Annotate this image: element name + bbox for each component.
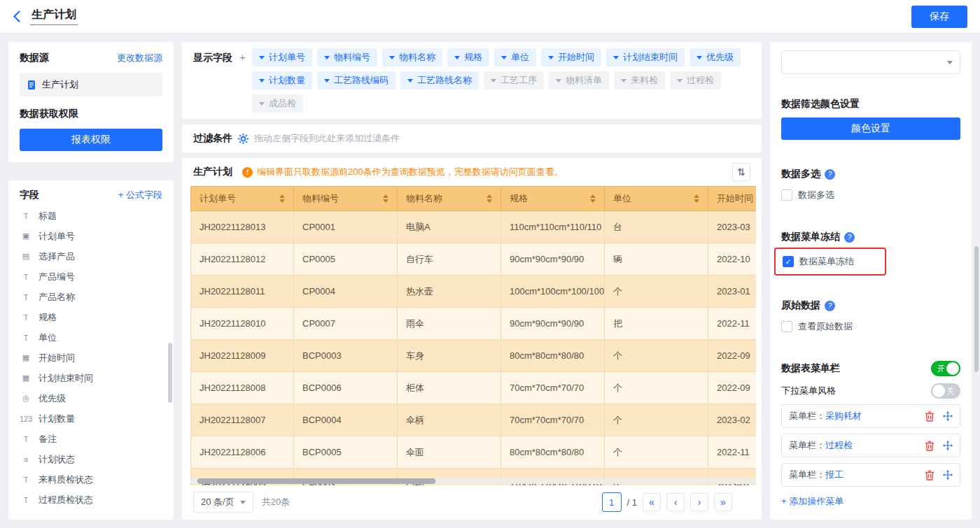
column-header[interactable]: 单位	[605, 186, 708, 211]
field-item[interactable]: T规格	[20, 307, 162, 327]
table-cell: 个	[605, 276, 708, 308]
menu-item-name[interactable]: 过程检	[825, 439, 853, 452]
table-row[interactable]: JH20221128012CP0005自行车90cm*90cm*90/90辆20…	[190, 243, 756, 276]
change-datasource-link[interactable]: 更改数据源	[117, 52, 162, 64]
raw-data-checkbox-row[interactable]: 查看原始数据	[781, 320, 960, 333]
table-sort-button[interactable]: ⇅	[732, 163, 750, 181]
help-icon[interactable]: ?	[825, 301, 835, 311]
table-row[interactable]: JH20221128007BCP0004伞柄70cm*70cm*70/70个20…	[190, 404, 756, 436]
column-header[interactable]: 物料名称	[398, 186, 501, 211]
color-settings-button[interactable]: 颜色设置	[781, 117, 960, 140]
display-field-chip[interactable]: 物料编号	[317, 48, 377, 66]
display-field-chip[interactable]: 工艺路线名称	[400, 71, 479, 90]
column-sort-icon[interactable]	[694, 194, 699, 203]
menu-item-name[interactable]: 报工	[825, 469, 844, 481]
display-field-chip-inactive[interactable]: 物料清单	[549, 71, 609, 90]
help-icon[interactable]: ?	[825, 169, 835, 180]
field-item[interactable]: T备注	[20, 429, 162, 449]
checkbox-icon[interactable]	[781, 190, 792, 201]
display-field-chip[interactable]: 物料名称	[382, 48, 442, 66]
horizontal-scrollbar-thumb[interactable]	[197, 478, 435, 484]
back-button[interactable]	[13, 10, 20, 22]
display-field-chip[interactable]: 工艺路线编码	[317, 71, 396, 90]
field-item[interactable]: ▦计划结束时间	[20, 368, 162, 388]
column-header[interactable]: 物料编号	[294, 186, 398, 211]
table-row[interactable]: JH20221128006BCP0005伞面80cm*80cm*80/80个20…	[190, 436, 756, 469]
display-field-chip[interactable]: 计划结束时间	[606, 48, 685, 66]
move-icon[interactable]	[943, 441, 953, 450]
help-icon[interactable]: ?	[844, 232, 855, 243]
column-sort-icon[interactable]	[590, 194, 596, 203]
report-permission-button[interactable]: 报表权限	[20, 129, 162, 151]
document-icon	[27, 80, 36, 90]
field-item[interactable]: T过程质检状态	[20, 490, 162, 510]
add-menu-link[interactable]: + 添加操作菜单	[781, 495, 844, 508]
field-item[interactable]: T产品名称	[20, 287, 162, 307]
display-field-chip[interactable]: 开始时间	[541, 48, 601, 66]
table-row[interactable]: JH20221128011CP0004热水壶100cm*100cm*100/10…	[190, 276, 756, 308]
next-page-button[interactable]: ›	[690, 493, 708, 511]
chevron-down-icon	[501, 56, 507, 59]
display-field-chip[interactable]: 计划单号	[252, 48, 312, 66]
display-field-chip-inactive[interactable]: 成品检	[252, 94, 303, 113]
checkbox-icon[interactable]: ✓	[783, 256, 794, 267]
add-display-field-button[interactable]: +	[239, 52, 246, 64]
display-field-chip-inactive[interactable]: 过程检	[670, 71, 721, 90]
menu-freeze-checkbox-row[interactable]: ✓ 数据菜单冻结	[783, 255, 878, 268]
checkbox-icon[interactable]	[781, 321, 792, 332]
field-item[interactable]: T产品编号	[20, 266, 162, 287]
display-field-chip[interactable]: 优先级	[690, 48, 741, 66]
menubar-toggle[interactable]: 开	[931, 361, 960, 376]
text-icon: T	[20, 293, 32, 301]
gear-icon[interactable]	[238, 134, 248, 144]
field-item[interactable]: 123计划数量	[20, 408, 162, 429]
field-item[interactable]: ▤选择产品	[20, 246, 162, 266]
first-page-button[interactable]: «	[643, 493, 661, 511]
field-item[interactable]: ◎优先级	[20, 388, 162, 408]
move-icon[interactable]	[943, 470, 953, 480]
multi-select-checkbox-row[interactable]: 数据多选	[781, 189, 960, 201]
column-sort-icon[interactable]	[279, 194, 285, 203]
datasource-item[interactable]: 生产计划	[20, 73, 162, 97]
prev-page-button[interactable]: ‹	[666, 493, 685, 511]
column-header[interactable]: 计划单号	[190, 186, 294, 211]
page-scrollbar[interactable]	[974, 246, 979, 372]
page-size-select[interactable]: 20 条/页	[193, 492, 253, 513]
fields-scrollbar[interactable]	[168, 343, 172, 403]
table-row[interactable]: JH20221128010CP0007雨伞90cm*90cm*90/90把202…	[190, 308, 756, 340]
table-row[interactable]: JH20221128013CP0001电脑A110cm*110cm*110/11…	[190, 211, 756, 243]
column-sort-icon[interactable]	[486, 194, 492, 203]
column-header-label: 单位	[613, 192, 631, 205]
formula-field-link[interactable]: + 公式字段	[118, 189, 162, 201]
field-item[interactable]: ▦开始时间	[20, 348, 162, 368]
column-header[interactable]: 规格	[501, 186, 605, 211]
field-item[interactable]: T来料质检状态	[20, 469, 162, 490]
column-sort-icon[interactable]	[383, 194, 388, 203]
menu-freeze-title: 数据菜单冻结	[781, 231, 840, 243]
display-field-chip-inactive[interactable]: 来料检	[614, 71, 665, 90]
dropdown-style-toggle[interactable]: 关	[931, 383, 960, 399]
delete-icon[interactable]	[925, 411, 934, 422]
move-icon[interactable]	[943, 411, 953, 421]
display-field-chip[interactable]: 计划数量	[252, 71, 312, 90]
page-title[interactable]: 生产计划	[30, 8, 78, 25]
field-item[interactable]: T单位	[20, 327, 162, 348]
save-button[interactable]: 保存	[911, 6, 967, 28]
menu-item-name[interactable]: 采购耗材	[825, 410, 862, 422]
field-item[interactable]: T标题	[20, 206, 162, 226]
table-row[interactable]: JH20221128008BCP0006柜体70cm*70cm*70/70个20…	[190, 372, 756, 404]
display-field-chip[interactable]: 规格	[447, 48, 489, 66]
product-icon: ▤	[20, 252, 32, 261]
display-field-chip-inactive[interactable]: 工艺工序	[484, 71, 544, 90]
table-row[interactable]: JH20221128009BCP0003车身80cm*80cm*80/80个20…	[190, 340, 756, 372]
linked-page-select[interactable]	[781, 50, 960, 74]
field-item[interactable]: ▣计划单号	[20, 226, 162, 246]
display-field-chip[interactable]: 单位	[494, 48, 536, 66]
delete-icon[interactable]	[925, 470, 934, 480]
field-item[interactable]: ≡计划状态	[20, 449, 162, 469]
current-page-input[interactable]: 1	[602, 492, 622, 512]
column-header[interactable]: 开始时间	[708, 186, 756, 211]
table-cell: 2022-11	[708, 436, 756, 469]
delete-icon[interactable]	[925, 441, 934, 451]
last-page-button[interactable]: »	[714, 493, 732, 511]
